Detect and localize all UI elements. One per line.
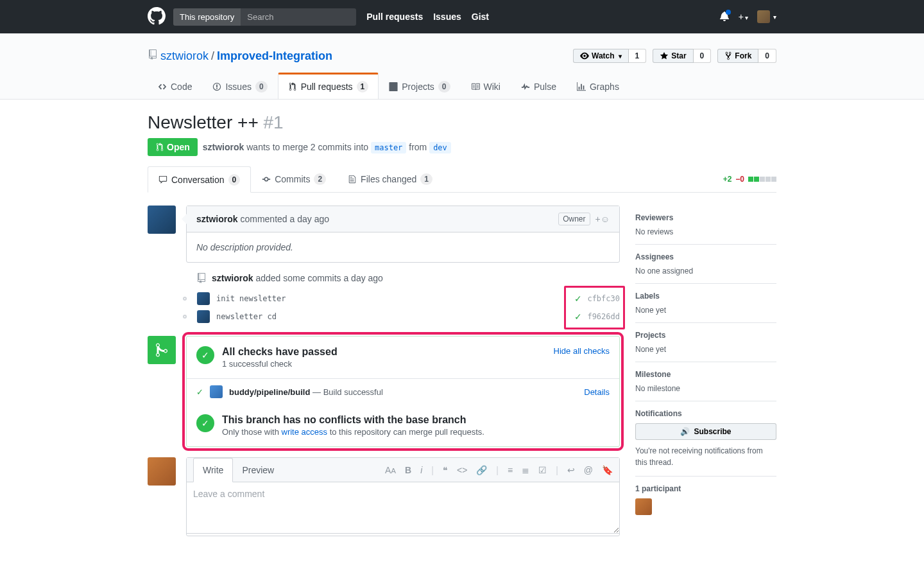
nav-pull-requests[interactable]: Pull requests xyxy=(366,12,423,22)
text-size-icon[interactable]: AA xyxy=(385,465,396,475)
commit-message[interactable]: newsletter cd xyxy=(216,312,277,321)
search-input[interactable] xyxy=(241,8,356,26)
italic-icon[interactable]: i xyxy=(420,465,422,475)
global-header: This repository Pull requests Issues Gis… xyxy=(0,0,924,33)
fork-button-group: Fork 0 xyxy=(717,49,776,63)
new-comment-form: Write Preview AA B i | ❝ <> 🔗 | ≡ xyxy=(148,457,620,536)
current-user-avatar[interactable] xyxy=(148,457,176,486)
timeline-dot-icon xyxy=(183,315,187,319)
pr-tabs: Conversation0 Commits2 Files changed1 +2… xyxy=(148,166,776,193)
nav-pulse[interactable]: Pulse xyxy=(511,73,567,99)
commit-sha[interactable]: cfbfc30 xyxy=(587,294,620,303)
preview-tab[interactable]: Preview xyxy=(233,459,283,482)
saved-reply-icon[interactable]: 🔖 xyxy=(602,465,613,475)
user-avatar[interactable]: ▾ xyxy=(757,10,776,23)
watch-count[interactable]: 1 xyxy=(629,49,647,63)
comment-timestamp: commented a day ago xyxy=(240,214,329,224)
write-access-link[interactable]: write access xyxy=(282,427,328,437)
create-new-icon[interactable]: +▾ xyxy=(739,12,748,22)
check-details-link[interactable]: Details xyxy=(584,387,610,397)
subscribe-button[interactable]: 🔊Subscribe xyxy=(635,423,776,440)
search-scope[interactable]: This repository xyxy=(173,8,241,26)
write-tab[interactable]: Write xyxy=(193,458,233,482)
mention-icon[interactable]: @ xyxy=(584,465,593,475)
merge-status: ✓ All checks have passed 1 successful ch… xyxy=(148,336,620,447)
hide-checks-link[interactable]: Hide all checks xyxy=(554,346,610,356)
repo-header: sztwiorok / Improved-Integration Watch▾ … xyxy=(0,33,924,100)
sidebar-labels[interactable]: Labels None yet xyxy=(635,284,776,323)
pr-description-comment: sztwiorok commented a day ago Owner +☺ N… xyxy=(148,206,620,263)
search-container: This repository xyxy=(173,8,356,26)
sidebar-projects[interactable]: Projects None yet xyxy=(635,323,776,362)
tab-conversation[interactable]: Conversation0 xyxy=(148,166,251,193)
star-button[interactable]: Star xyxy=(653,49,693,63)
nav-graphs[interactable]: Graphs xyxy=(567,73,629,99)
owner-badge: Owner xyxy=(558,213,590,225)
nav-issues[interactable]: Issues0 xyxy=(202,73,277,99)
head-branch[interactable]: dev xyxy=(429,142,451,153)
nav-code[interactable]: Code xyxy=(148,73,202,99)
merge-icon xyxy=(148,336,176,364)
comment-textarea[interactable] xyxy=(187,482,619,534)
sidebar-notifications: Notifications 🔊Subscribe You're not rece… xyxy=(635,401,776,477)
notifications-icon[interactable] xyxy=(719,11,730,23)
code-icon[interactable]: <> xyxy=(457,465,467,475)
pr-title: Newsletter ++ #1 xyxy=(148,112,776,133)
comment-body: No description provided. xyxy=(187,232,619,262)
formatting-toolbar: AA B i | ❝ <> 🔗 | ≡ ≣ ☑ | ↩ xyxy=(385,465,613,475)
fork-button[interactable]: Fork xyxy=(717,49,758,63)
repo-link[interactable]: Improved-Integration xyxy=(217,49,332,63)
watch-button[interactable]: Watch▾ xyxy=(573,49,629,63)
nav-issues[interactable]: Issues xyxy=(433,12,461,22)
bold-icon[interactable]: B xyxy=(405,465,411,475)
commits-author[interactable]: sztwiorok xyxy=(212,273,253,283)
pr-author[interactable]: sztwiorok xyxy=(203,142,244,152)
header-nav: Pull requests Issues Gist xyxy=(366,12,489,22)
reply-icon[interactable]: ↩ xyxy=(567,465,575,475)
star-button-group: Star 0 xyxy=(653,49,711,63)
participant-avatar[interactable] xyxy=(635,498,652,515)
fork-count[interactable]: 0 xyxy=(758,49,776,63)
check-service-avatar[interactable] xyxy=(210,385,223,398)
pr-meta: Open sztwiorok wants to merge 2 commits … xyxy=(148,138,776,156)
pr-number: #1 xyxy=(264,112,284,132)
commit-avatar[interactable] xyxy=(197,292,210,305)
nav-pull-requests[interactable]: Pull requests1 xyxy=(278,73,379,99)
commit-row: newsletter cd ✓ f9626dd xyxy=(196,308,620,326)
check-circle-icon: ✓ xyxy=(196,414,214,432)
comment-author[interactable]: sztwiorok xyxy=(196,214,238,224)
repo-icon xyxy=(148,49,158,63)
checks-subtitle: 1 successful check xyxy=(222,359,546,369)
commit-avatar[interactable] xyxy=(197,310,210,323)
no-conflicts-title: This branch has no conflicts with the ba… xyxy=(222,414,484,426)
github-logo-icon[interactable] xyxy=(148,7,166,27)
nav-gist[interactable]: Gist xyxy=(472,12,489,22)
nav-projects[interactable]: Projects0 xyxy=(379,73,460,99)
star-count[interactable]: 0 xyxy=(694,49,712,63)
tab-commits[interactable]: Commits2 xyxy=(251,166,337,192)
sidebar-participants: 1 participant xyxy=(635,477,776,525)
sidebar-assignees[interactable]: Assignees No one assigned xyxy=(635,245,776,284)
commit-message[interactable]: init newsletter xyxy=(216,294,286,303)
base-branch[interactable]: master xyxy=(371,142,406,153)
commit-sha[interactable]: f9626dd xyxy=(587,312,620,321)
ul-icon[interactable]: ≡ xyxy=(508,465,513,475)
nav-wiki[interactable]: Wiki xyxy=(461,73,511,99)
timeline-dot-icon xyxy=(183,297,187,301)
check-icon[interactable]: ✓ xyxy=(574,293,582,304)
sidebar-milestone[interactable]: Milestone No milestone xyxy=(635,362,776,401)
owner-link[interactable]: sztwiorok xyxy=(160,49,209,63)
tab-files-changed[interactable]: Files changed1 xyxy=(337,166,443,192)
repo-title: sztwiorok / Improved-Integration xyxy=(148,49,332,63)
author-avatar[interactable] xyxy=(148,206,176,234)
sidebar: Reviewers No reviews Assignees No one as… xyxy=(635,206,776,536)
sidebar-reviewers[interactable]: Reviewers No reviews xyxy=(635,206,776,245)
check-icon[interactable]: ✓ xyxy=(574,311,582,322)
ol-icon[interactable]: ≣ xyxy=(522,465,529,475)
quote-icon[interactable]: ❝ xyxy=(443,465,448,475)
add-reaction-icon[interactable]: +☺ xyxy=(595,214,610,224)
repo-nav: Code Issues0 Pull requests1 Projects0 Wi… xyxy=(148,73,776,99)
check-name[interactable]: buddy/pipeline/build xyxy=(229,387,310,397)
link-icon[interactable]: 🔗 xyxy=(476,465,487,475)
task-list-icon[interactable]: ☑ xyxy=(538,465,547,475)
